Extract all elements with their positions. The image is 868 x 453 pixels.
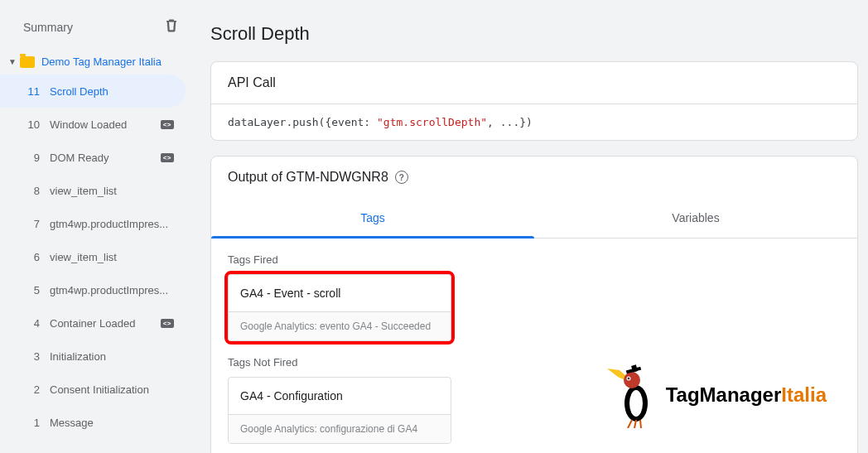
event-number: 9 <box>23 152 40 164</box>
event-item[interactable]: 7gtm4wp.productImpres... <box>0 207 186 240</box>
event-item[interactable]: 9DOM Ready<> <box>0 141 186 174</box>
brand-text: TagManagerItalia <box>666 383 827 407</box>
event-number: 3 <box>23 350 40 363</box>
api-call-header: API Call <box>211 62 857 104</box>
event-label: Container Loaded <box>50 317 156 330</box>
event-list: 11Scroll Depth10Window Loaded<>9DOM Read… <box>0 75 190 439</box>
help-icon[interactable]: ? <box>395 171 408 184</box>
container-name: Demo Tag Manager Italia <box>41 55 162 68</box>
caret-down-icon: ▼ <box>8 57 17 66</box>
tab-tags[interactable]: Tags <box>211 198 534 238</box>
event-label: DOM Ready <box>50 152 156 164</box>
event-number: 2 <box>23 383 40 396</box>
not-fired-tag-title: GA4 - Configuration <box>229 378 451 414</box>
event-item[interactable]: 8view_item_list <box>0 174 186 207</box>
event-label: Consent Initialization <box>50 383 174 396</box>
event-number: 10 <box>23 118 40 131</box>
svg-rect-0 <box>169 20 174 22</box>
folder-icon <box>20 56 35 68</box>
summary-label: Summary <box>23 21 73 34</box>
event-item[interactable]: 5gtm4wp.productImpres... <box>0 273 186 306</box>
event-item[interactable]: 4Container Loaded<> <box>0 306 186 340</box>
event-label: Window Loaded <box>50 118 156 131</box>
api-call-card: API Call dataLayer.push({event: "gtm.scr… <box>210 61 858 141</box>
event-item[interactable]: 6view_item_list <box>0 240 186 273</box>
svg-point-3 <box>624 372 640 388</box>
container-tree-item[interactable]: ▼ Demo Tag Manager Italia <box>0 51 190 73</box>
event-label: view_item_list <box>50 185 174 197</box>
brand-logo: TagManagerItalia <box>603 362 827 428</box>
event-label: Scroll Depth <box>50 85 174 98</box>
fired-tag-sub: Google Analytics: evento GA4 - Succeeded <box>229 311 451 340</box>
event-number: 5 <box>23 284 40 296</box>
fired-tag-title: GA4 - Event - scroll <box>229 275 451 311</box>
event-item[interactable]: 3Initialization <box>0 340 186 373</box>
event-item[interactable]: 10Window Loaded<> <box>0 108 186 141</box>
fired-tag-card[interactable]: GA4 - Event - scroll Google Analytics: e… <box>228 274 451 341</box>
sidebar: Summary ▼ Demo Tag Manager Italia 11Scro… <box>0 0 190 453</box>
tags-fired-label: Tags Fired <box>228 253 841 266</box>
event-number: 11 <box>23 85 40 98</box>
event-label: Message <box>50 417 174 429</box>
event-number: 8 <box>23 185 40 197</box>
tab-variables[interactable]: Variables <box>534 198 857 238</box>
not-fired-tag-card[interactable]: GA4 - Configuration Google Analytics: co… <box>228 377 451 444</box>
clear-events-icon[interactable] <box>164 18 179 36</box>
event-number: 7 <box>23 218 40 230</box>
code-badge-icon: <> <box>161 319 174 328</box>
code-badge-icon: <> <box>161 120 174 129</box>
page-title: Scroll Depth <box>210 23 858 45</box>
event-number: 6 <box>23 251 40 263</box>
event-label: Initialization <box>50 350 174 363</box>
event-item[interactable]: 1Message <box>0 406 186 439</box>
event-number: 4 <box>23 317 40 330</box>
event-item[interactable]: 11Scroll Depth <box>0 75 186 108</box>
output-tabs: Tags Variables <box>211 198 857 239</box>
svg-point-5 <box>627 378 629 380</box>
event-item[interactable]: 2Consent Initialization <box>0 373 186 406</box>
output-header: Output of GTM-NDWGNR8 ? <box>211 157 857 198</box>
code-badge-icon: <> <box>161 153 174 162</box>
event-number: 1 <box>23 417 40 429</box>
woodpecker-icon <box>603 362 661 428</box>
sidebar-header: Summary <box>0 18 190 51</box>
event-label: view_item_list <box>50 251 174 263</box>
not-fired-tag-sub: Google Analytics: configurazione di GA4 <box>229 414 451 443</box>
event-label: gtm4wp.productImpres... <box>50 284 174 296</box>
api-call-code: dataLayer.push({event: "gtm.scrollDepth"… <box>211 104 857 140</box>
event-label: gtm4wp.productImpres... <box>50 218 174 230</box>
svg-point-2 <box>629 390 643 417</box>
